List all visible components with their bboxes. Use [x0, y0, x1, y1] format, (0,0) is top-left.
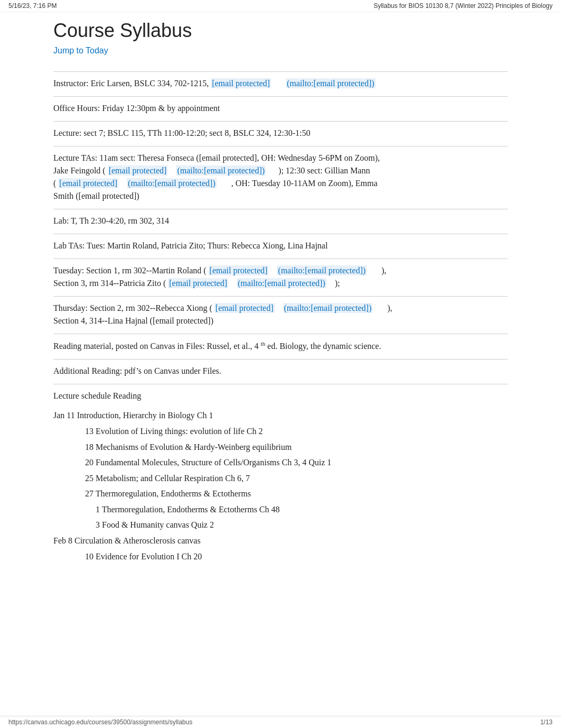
lecture-tas-line3: ( [email protected] (mailto:[email prote… — [53, 177, 508, 190]
thursday-prefix: Thursday: Section 2, rm 302--Rebecca Xio… — [53, 303, 212, 312]
lecture-tas-line1: Lecture TAs: 11am sect: Theresa Fonseca … — [53, 152, 508, 164]
lecture-tas-line2: Jake Feingold ( [email protected] (mailt… — [53, 164, 508, 177]
reading-material-section: Reading material, posted on Canvas in Fi… — [53, 339, 508, 353]
office-hours-text: Office Hours: Friday 12:30pm & by appoin… — [53, 104, 220, 113]
additional-reading-section: Additional Reading: pdf’s on Canvas unde… — [53, 365, 508, 377]
tuesday-zito-suffix: ); — [335, 279, 340, 288]
lab-text: Lab: T, Th 2:30-4:20, rm 302, 314 — [53, 216, 169, 225]
martin-mailto-link[interactable]: (mailto:[email protected]) — [277, 265, 367, 275]
tuesday-zito-prefix: Section 3, rm 314--Patricia Zito ( — [53, 279, 166, 288]
schedule-item: Jan 11 Introduction, Hierarchy in Biolog… — [53, 409, 508, 422]
instructor-section: Instructor: Eric Larsen, BSLC 334, 702-1… — [53, 77, 508, 90]
schedule-item: 27 Thermoregulation, Endotherms & Ectoth… — [85, 487, 508, 501]
main-content: Course Syllabus Jump to Today Instructor… — [43, 12, 518, 586]
schedule-item: 20 Fundamental Molecules, Structure of C… — [85, 456, 508, 469]
schedule-item: 18 Mechanisms of Evolution & Hardy-Weinb… — [85, 440, 508, 454]
lecture-tas-gillian-suffix: , OH: Tuesday 10-11AM on Zoom), Emma — [231, 179, 378, 188]
additional-reading-text: Additional Reading: pdf’s on Canvas unde… — [53, 366, 221, 375]
lab-tas-section: Lab TAs: Tues: Martin Roland, Patricia Z… — [53, 239, 508, 252]
lecture-tas-jake-suffix: ); 12:30 sect: Gillian Mann — [278, 166, 370, 175]
thursday-suffix: ), — [387, 303, 392, 312]
instructor-email-link[interactable]: [email protected] — [211, 78, 271, 88]
schedule-item: 3 Food & Humanity canvas Quiz 2 — [96, 518, 508, 532]
divider-11 — [53, 384, 508, 384]
office-hours-section: Office Hours: Friday 12:30pm & by appoin… — [53, 102, 508, 115]
lab-section: Lab: T, Th 2:30-4:20, rm 302, 314 — [53, 215, 508, 227]
jake-email-link[interactable]: [email protected] — [108, 165, 168, 176]
tuesday-line2: Section 3, rm 314--Patricia Zito ( [emai… — [53, 277, 508, 290]
divider-6 — [53, 234, 508, 234]
lecture-tas-text1: Lecture TAs: 11am sect: Theresa Fonseca … — [53, 153, 380, 162]
tuesday-section-info: Tuesday: Section 1, rm 302--Martin Rolan… — [53, 264, 508, 290]
divider-3 — [53, 121, 508, 122]
thursday-line2: Section 4, 314--Lina Hajnal ([email prot… — [53, 315, 508, 327]
divider-10 — [53, 359, 508, 360]
divider-7 — [53, 259, 508, 259]
thursday-section-info: Thursday: Section 2, rm 302--Rebecca Xio… — [53, 302, 508, 327]
lecture-text: Lecture: sect 7; BSLC 115, TTh 11:00-12:… — [53, 128, 310, 137]
schedule-container: Jan 11 Introduction, Hierarchy in Biolog… — [53, 409, 508, 563]
reading-cont: ed. Biology, the dynamic science. — [267, 342, 381, 351]
instructor-text: Instructor: Eric Larsen, BSLC 334, 702-1… — [53, 79, 209, 88]
tuesday-prefix: Tuesday: Section 1, rm 302--Martin Rolan… — [53, 266, 207, 275]
tuesday-suffix: ), — [381, 266, 386, 275]
zito-mailto-link[interactable]: (mailto:[email protected]) — [237, 278, 326, 288]
lecture-tas-section: Lecture TAs: 11am sect: Theresa Fonseca … — [53, 152, 508, 202]
jake-mailto-link[interactable]: (mailto:[email protected]) — [176, 165, 266, 176]
martin-email-link[interactable]: [email protected] — [209, 265, 269, 275]
gillian-mailto-link[interactable]: (mailto:[email protected]) — [127, 178, 217, 188]
gillian-email-link[interactable]: [email protected] — [58, 178, 118, 188]
divider-8 — [53, 296, 508, 297]
rebecca-mailto-link[interactable]: (mailto:[email protected]) — [283, 303, 373, 313]
lecture-tas-jake-prefix: Jake Feingold ( — [53, 166, 106, 175]
course-title: Course Syllabus — [53, 20, 508, 42]
lecture-section: Lecture: sect 7; BSLC 115, TTh 11:00-12:… — [53, 127, 508, 140]
schedule-item: 1 Thermoregulation, Endotherms & Ectothe… — [96, 503, 508, 517]
divider-9 — [53, 334, 508, 334]
reading-superscript: th — [260, 340, 265, 347]
divider-5 — [53, 209, 508, 209]
divider-2 — [53, 96, 508, 97]
jump-to-today-link[interactable]: Jump to Today — [53, 46, 108, 56]
divider-4 — [53, 146, 508, 146]
schedule-item: Feb 8 Circulation & Atherosclerosis canv… — [53, 534, 508, 548]
zito-email-link[interactable]: [email protected] — [168, 278, 228, 288]
lecture-tas-line4: Smith ([email protected]) — [53, 190, 508, 202]
tuesday-line1: Tuesday: Section 1, rm 302--Martin Rolan… — [53, 264, 508, 277]
lecture-schedule-heading: Lecture schedule Reading — [53, 390, 508, 402]
datetime: 5/16/23, 7:16 PM — [8, 2, 57, 10]
thursday-line1: Thursday: Section 2, rm 302--Rebecca Xio… — [53, 302, 508, 315]
browser-page-title: Syllabus for BIOS 10130 8,7 (Winter 2022… — [373, 2, 553, 10]
schedule-item: 13 Evolution of Living things: evolution… — [85, 425, 508, 438]
instructor-mailto-link[interactable]: (mailto:[email protected]) — [286, 78, 376, 88]
lecture-tas-gillian-prefix: ( — [53, 179, 56, 188]
browser-bar: 5/16/23, 7:16 PM Syllabus for BIOS 10130… — [0, 0, 561, 12]
lecture-schedule-title: Lecture schedule Reading — [53, 391, 141, 400]
reading-text: Reading material, posted on Canvas in Fi… — [53, 342, 258, 351]
divider-1 — [53, 71, 508, 72]
lab-tas-text: Lab TAs: Tues: Martin Roland, Patricia Z… — [53, 241, 328, 250]
schedule-item: 10 Evidence for Evolution I Ch 20 — [85, 550, 508, 564]
schedule-item: 25 Metabolism; and Cellular Respiration … — [85, 472, 508, 485]
rebecca-email-link[interactable]: [email protected] — [214, 303, 275, 313]
